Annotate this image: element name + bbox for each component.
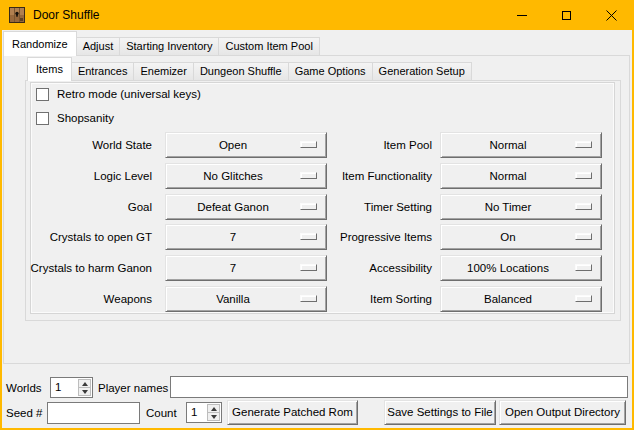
player-names-input[interactable]: [170, 376, 628, 398]
tab-label: Enemizer: [140, 65, 186, 77]
maximize-button[interactable]: [544, 0, 589, 30]
seed-label: Seed #: [6, 402, 42, 424]
open-output-directory-button[interactable]: Open Output Directory: [499, 400, 626, 425]
accessibility-dropdown[interactable]: 100% Locations: [440, 255, 602, 281]
retro-mode-label: Retro mode (universal keys): [57, 87, 201, 101]
count-value: 1: [191, 403, 197, 422]
tab-starting-inventory[interactable]: Starting Inventory: [119, 37, 219, 56]
spinner-arrows: [207, 404, 220, 421]
count-label: Count: [146, 402, 177, 424]
weapons-label: Weapons: [10, 286, 152, 312]
tab-label: Items: [36, 63, 63, 75]
minimize-icon: [517, 15, 527, 16]
spinner-arrows: [78, 379, 91, 396]
close-icon: [606, 10, 617, 21]
crystals-ganon-label: Crystals to harm Ganon: [10, 255, 152, 281]
world-state-label: World State: [10, 132, 152, 158]
tab-game-options[interactable]: Game Options: [288, 62, 373, 81]
checkbox-icon[interactable]: [36, 88, 49, 101]
worlds-value: 1: [55, 378, 61, 397]
caption-buttons: [499, 0, 634, 30]
crystals-gt-label: Crystals to open GT: [10, 224, 152, 250]
generate-patched-rom-button[interactable]: Generate Patched Rom: [227, 400, 358, 425]
item-pool-label: Item Pool: [300, 132, 432, 158]
timer-setting-label: Timer Setting: [300, 194, 432, 220]
save-settings-button[interactable]: Save Settings to File: [384, 400, 496, 425]
titlebar[interactable]: Door Shuffle: [0, 0, 634, 30]
spin-down-button[interactable]: [78, 388, 91, 396]
item-sorting-dropdown[interactable]: Balanced: [440, 286, 602, 312]
shopsanity-checkbox[interactable]: Shopsanity: [36, 111, 114, 125]
tab-label: Entrances: [78, 65, 128, 77]
dropdown-indicator-icon: [575, 172, 592, 179]
tab-label: Dungeon Shuffle: [200, 65, 282, 77]
dropdown-indicator-icon: [575, 203, 592, 210]
dropdown-indicator-icon: [575, 264, 592, 271]
window-border-left: [0, 30, 2, 430]
accessibility-label: Accessibility: [300, 255, 432, 281]
spin-down-icon: [211, 415, 217, 419]
spin-down-icon: [82, 390, 88, 394]
spin-down-button[interactable]: [207, 413, 220, 421]
spin-up-button[interactable]: [78, 379, 91, 388]
dropdown-indicator-icon: [575, 233, 592, 240]
checkbox-icon[interactable]: [36, 112, 49, 125]
dropdown-indicator-icon: [575, 295, 592, 302]
goal-label: Goal: [10, 194, 152, 220]
tab-label: Game Options: [295, 65, 366, 77]
spin-up-icon: [211, 407, 217, 411]
minimize-button[interactable]: [499, 0, 544, 30]
count-spinner[interactable]: 1: [186, 402, 222, 423]
door-shuffle-window: Door Shuffle Randomize Adjust Starting I…: [0, 0, 634, 430]
tab-dungeon-shuffle[interactable]: Dungeon Shuffle: [193, 62, 289, 81]
item-pool-dropdown[interactable]: Normal: [440, 132, 602, 158]
item-functionality-dropdown[interactable]: Normal: [440, 163, 602, 189]
tab-entrances[interactable]: Entrances: [71, 62, 135, 81]
window-title: Door Shuffle: [33, 0, 100, 30]
tab-label: Starting Inventory: [126, 40, 212, 52]
dropdown-indicator-icon: [575, 141, 592, 148]
tab-items[interactable]: Items: [27, 57, 72, 81]
tab-adjust[interactable]: Adjust: [76, 37, 121, 56]
item-functionality-label: Item Functionality: [300, 163, 432, 189]
worlds-spinner[interactable]: 1: [50, 377, 93, 398]
tab-label: Adjust: [83, 40, 114, 52]
progressive-items-label: Progressive Items: [300, 224, 432, 250]
logic-level-label: Logic Level: [10, 163, 152, 189]
tab-custom-item-pool[interactable]: Custom Item Pool: [218, 37, 319, 56]
progressive-items-dropdown[interactable]: On: [440, 224, 602, 250]
main-tabstrip: Randomize Adjust Starting Inventory Cust…: [3, 31, 319, 56]
worlds-label: Worlds: [6, 377, 42, 399]
tab-randomize[interactable]: Randomize: [3, 31, 77, 56]
tab-enemizer[interactable]: Enemizer: [133, 62, 193, 81]
tab-label: Generation Setup: [379, 65, 465, 77]
spin-up-icon: [82, 382, 88, 386]
randomize-sub-tabstrip: Items Entrances Enemizer Dungeon Shuffle…: [27, 57, 471, 81]
close-button[interactable]: [589, 0, 634, 30]
player-names-label: Player names: [98, 377, 168, 399]
tab-generation-setup[interactable]: Generation Setup: [372, 62, 472, 81]
item-sorting-label: Item Sorting: [300, 286, 432, 312]
maximize-icon: [562, 11, 571, 20]
tab-label: Randomize: [12, 38, 68, 50]
shopsanity-label: Shopsanity: [57, 111, 114, 125]
retro-mode-checkbox[interactable]: Retro mode (universal keys): [36, 87, 201, 101]
spin-up-button[interactable]: [207, 404, 220, 413]
timer-setting-dropdown[interactable]: No Timer: [440, 194, 602, 220]
app-icon: [9, 7, 25, 23]
seed-input[interactable]: [47, 402, 140, 424]
tab-label: Custom Item Pool: [225, 40, 312, 52]
